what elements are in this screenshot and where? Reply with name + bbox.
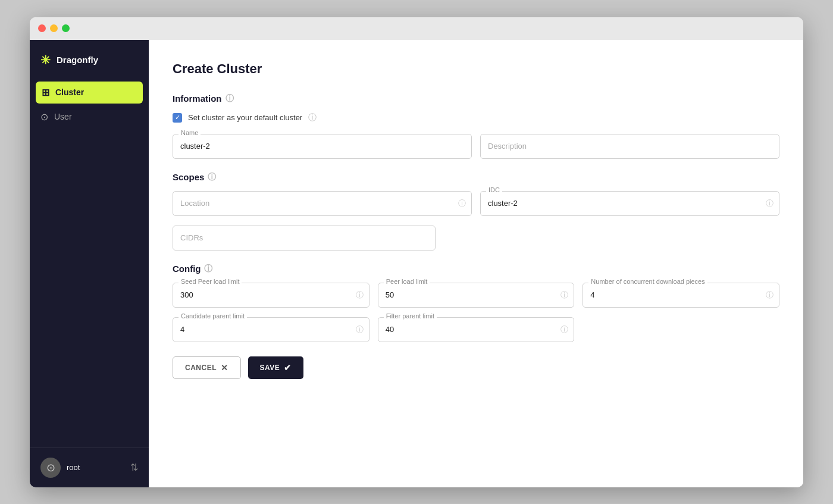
page-title: Create Cluster — [173, 61, 779, 77]
filter-parent-limit-input[interactable] — [378, 317, 575, 342]
cancel-icon: ✕ — [221, 363, 228, 372]
cancel-button[interactable]: CANCEL ✕ — [173, 356, 241, 379]
scopes-row2 — [173, 226, 779, 251]
sidebar-footer: ⊙ root ⇅ — [30, 447, 149, 487]
candidate-parent-limit-wrapper: Candidate parent limit ⓘ — [173, 317, 369, 342]
sidebar-item-user[interactable]: ⊙ User — [30, 105, 149, 129]
sidebar-item-cluster[interactable]: ⊞ Cluster — [36, 82, 143, 104]
information-title: Information ⓘ — [173, 93, 779, 104]
default-cluster-row: ✓ Set cluster as your default cluster ⓘ — [173, 112, 779, 123]
concurrent-download-pieces-wrapper: Number of concurrent download pieces ⓘ — [583, 283, 779, 308]
filter-parent-limit-label: Filter parent limit — [384, 312, 437, 320]
candidate-parent-limit-label: Candidate parent limit — [178, 312, 247, 320]
idc-field-wrapper: IDC ⓘ — [480, 191, 779, 216]
peer-load-limit-wrapper: Peer load limit ⓘ — [378, 283, 575, 308]
scopes-title: Scopes ⓘ — [173, 172, 779, 183]
peer-load-limit-label: Peer load limit — [384, 278, 430, 285]
default-cluster-checkbox[interactable]: ✓ — [173, 113, 182, 123]
location-input[interactable] — [173, 191, 472, 216]
scopes-row1: ⓘ IDC ⓘ — [173, 191, 779, 216]
config-info-icon[interactable]: ⓘ — [204, 264, 212, 274]
name-label: Name — [178, 129, 201, 136]
app-window: ✳ Dragonfly ⊞ Cluster ⊙ User ⊙ root — [30, 17, 803, 487]
scopes-section: Scopes ⓘ ⓘ IDC ⓘ — [173, 172, 779, 251]
dragonfly-icon: ✳ — [40, 53, 51, 67]
information-fields: Name — [173, 134, 779, 159]
save-label: SAVE — [260, 364, 280, 372]
save-icon: ✔ — [284, 363, 292, 372]
config-row1: Seed Peer load limit ⓘ Peer load limit ⓘ… — [173, 283, 779, 308]
config-row2: Candidate parent limit ⓘ Filter parent l… — [173, 317, 779, 342]
config-section: Config ⓘ Seed Peer load limit ⓘ Peer loa… — [173, 264, 779, 342]
sidebar: ✳ Dragonfly ⊞ Cluster ⊙ User ⊙ root — [30, 40, 149, 487]
user-info: root — [67, 463, 124, 472]
name-input[interactable] — [173, 134, 472, 159]
cidrs-input[interactable] — [173, 226, 436, 251]
scopes-info-icon[interactable]: ⓘ — [208, 172, 216, 183]
idc-label: IDC — [486, 186, 502, 193]
avatar-icon: ⊙ — [46, 461, 55, 474]
information-section: Information ⓘ ✓ Set cluster as your defa… — [173, 93, 779, 159]
cancel-label: CANCEL — [185, 364, 217, 372]
filter-parent-limit-wrapper: Filter parent limit ⓘ — [378, 317, 575, 342]
save-button[interactable]: SAVE ✔ — [248, 356, 303, 379]
concurrent-download-pieces-label: Number of concurrent download pieces — [588, 278, 707, 285]
sidebar-logo: ✳ Dragonfly — [30, 40, 149, 80]
sidebar-app-name: Dragonfly — [57, 55, 98, 65]
description-input[interactable] — [480, 134, 779, 159]
user-name: root — [67, 463, 124, 472]
user-icon: ⊙ — [40, 111, 48, 123]
candidate-parent-limit-input[interactable] — [173, 317, 369, 342]
checkbox-info-icon[interactable]: ⓘ — [308, 112, 317, 123]
close-button[interactable] — [38, 24, 46, 32]
cidrs-field-wrapper — [173, 226, 436, 251]
main-content: Create Cluster Information ⓘ ✓ Set clust… — [149, 40, 803, 487]
idc-input[interactable] — [480, 191, 779, 216]
concurrent-download-pieces-input[interactable] — [583, 283, 779, 308]
expand-icon[interactable]: ⇅ — [130, 462, 138, 473]
default-cluster-label: Set cluster as your default cluster — [188, 113, 302, 122]
cluster-icon: ⊞ — [42, 87, 49, 98]
minimize-button[interactable] — [50, 24, 58, 32]
sidebar-nav: ⊞ Cluster ⊙ User — [30, 80, 149, 447]
peer-load-limit-input[interactable] — [378, 283, 575, 308]
avatar: ⊙ — [40, 458, 61, 478]
sidebar-item-cluster-label: Cluster — [55, 87, 84, 97]
seed-peer-load-limit-label: Seed Peer load limit — [178, 278, 242, 285]
seed-peer-load-limit-wrapper: Seed Peer load limit ⓘ — [173, 283, 369, 308]
seed-peer-load-limit-input[interactable] — [173, 283, 369, 308]
titlebar — [30, 17, 803, 40]
action-buttons: CANCEL ✕ SAVE ✔ — [173, 356, 779, 379]
name-field-wrapper: Name — [173, 134, 472, 159]
app-body: ✳ Dragonfly ⊞ Cluster ⊙ User ⊙ root — [30, 40, 803, 487]
fullscreen-button[interactable] — [62, 24, 70, 32]
config-title: Config ⓘ — [173, 264, 779, 274]
location-field-wrapper: ⓘ — [173, 191, 472, 216]
sidebar-item-user-label: User — [54, 112, 72, 121]
description-field-wrapper — [480, 134, 779, 159]
information-info-icon[interactable]: ⓘ — [226, 93, 234, 104]
